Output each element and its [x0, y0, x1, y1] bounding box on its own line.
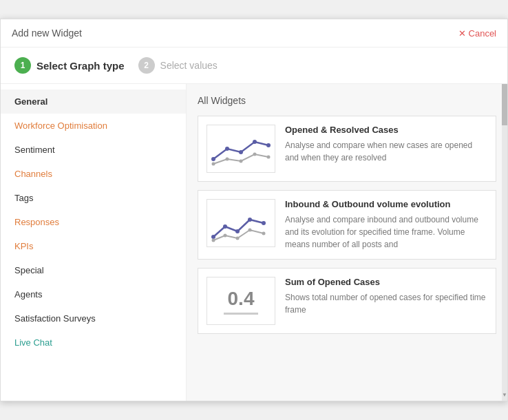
- step-2[interactable]: 2 Select values: [138, 57, 218, 74]
- sidebar: General Workforce Optimisation Sentiment…: [1, 84, 187, 401]
- svg-point-16: [224, 234, 227, 238]
- widget-thumbnail-3: 0.4: [207, 277, 275, 325]
- svg-point-18: [248, 229, 252, 232]
- widget-card-inbound-outbound[interactable]: Inbound & Outbound volume evolution Anal…: [198, 190, 496, 260]
- sidebar-item-responses[interactable]: Responses: [1, 210, 186, 234]
- svg-point-3: [253, 140, 257, 144]
- widget-desc-2: Analyse and compare inbound and outbound…: [285, 213, 487, 251]
- svg-point-11: [223, 224, 227, 229]
- svg-point-4: [266, 143, 271, 147]
- widget-info-2: Inbound & Outbound volume evolution Anal…: [285, 199, 487, 251]
- svg-point-6: [226, 158, 229, 161]
- sidebar-item-workforce[interactable]: Workforce Optimisation: [1, 114, 186, 138]
- sidebar-item-agents[interactable]: Agents: [1, 282, 186, 306]
- sum-number: 0.4: [228, 288, 255, 310]
- widget-info-3: Sum of Opened Cases Shows total number o…: [285, 277, 487, 316]
- scrollbar-track[interactable]: ▼: [502, 84, 507, 401]
- sidebar-item-livechat[interactable]: Live Chat: [1, 330, 186, 355]
- chart-icon-1: [210, 128, 272, 169]
- svg-point-17: [236, 237, 240, 240]
- svg-point-14: [262, 221, 266, 225]
- widget-thumbnail-2: [207, 199, 275, 247]
- svg-point-9: [267, 156, 271, 159]
- sidebar-item-special[interactable]: Special: [1, 258, 186, 282]
- main-panel: All Widgets: [187, 84, 507, 401]
- svg-point-0: [211, 157, 215, 161]
- widget-card-sum-opened[interactable]: 0.4 Sum of Opened Cases Shows total numb…: [198, 268, 496, 334]
- widget-name-2: Inbound & Outbound volume evolution: [285, 199, 487, 209]
- scrollbar-thumb[interactable]: [502, 84, 507, 125]
- svg-point-19: [262, 232, 266, 235]
- svg-point-8: [253, 153, 257, 156]
- step-2-label: Select values: [160, 60, 218, 71]
- widget-card-opened-resolved[interactable]: Opened & Resolved Cases Analyse and comp…: [198, 116, 496, 182]
- widget-desc-1: Analyse and compare when new cases are o…: [285, 139, 487, 164]
- steps-bar: 1 Select Graph type 2 Select values: [1, 48, 507, 84]
- svg-point-1: [225, 147, 229, 151]
- svg-point-7: [240, 160, 243, 163]
- widget-info-1: Opened & Resolved Cases Analyse and comp…: [285, 125, 487, 164]
- svg-point-15: [212, 239, 215, 242]
- svg-point-12: [235, 229, 240, 233]
- sidebar-item-satisfaction[interactable]: Satisfaction Surveys: [1, 306, 186, 330]
- step-1[interactable]: 1 Select Graph type: [14, 57, 125, 74]
- step-2-circle: 2: [138, 57, 155, 74]
- step-1-circle: 1: [14, 57, 31, 74]
- chart-icon-2: [210, 202, 272, 244]
- add-widget-modal: Add new Widget ✕ Cancel 1 Select Graph t…: [0, 19, 508, 401]
- svg-point-13: [248, 218, 252, 222]
- all-widgets-title: All Widgets: [198, 95, 496, 106]
- svg-point-5: [212, 162, 215, 166]
- widget-thumbnail-1: [207, 125, 275, 173]
- sidebar-item-general[interactable]: General: [1, 90, 186, 114]
- sidebar-item-channels[interactable]: Channels: [1, 162, 186, 186]
- widget-name-3: Sum of Opened Cases: [285, 277, 487, 287]
- widget-desc-3: Shows total number of opened cases for s…: [285, 291, 487, 316]
- modal-header: Add new Widget ✕ Cancel: [1, 19, 507, 48]
- sidebar-item-tags[interactable]: Tags: [1, 186, 186, 210]
- svg-point-2: [239, 150, 243, 154]
- scrollbar-down-arrow[interactable]: ▼: [502, 392, 507, 398]
- step-1-label: Select Graph type: [36, 60, 125, 72]
- widget-name-1: Opened & Resolved Cases: [285, 125, 487, 135]
- sidebar-item-sentiment[interactable]: Sentiment: [1, 138, 186, 162]
- modal-title: Add new Widget: [12, 28, 82, 39]
- svg-point-10: [211, 235, 215, 239]
- sidebar-item-kpis[interactable]: KPIs: [1, 234, 186, 258]
- sum-line: [224, 313, 258, 315]
- cancel-button[interactable]: ✕ Cancel: [458, 28, 496, 39]
- content-area: General Workforce Optimisation Sentiment…: [1, 84, 507, 401]
